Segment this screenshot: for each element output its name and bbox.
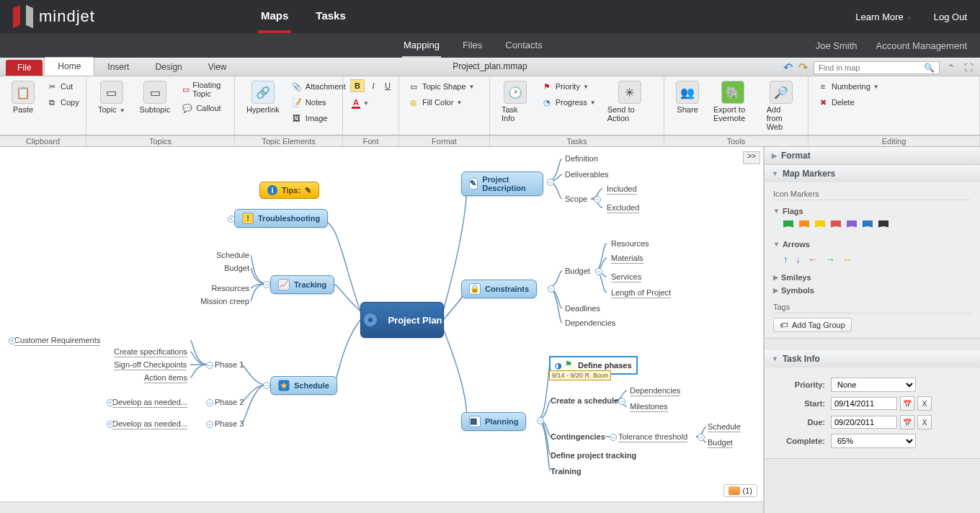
bud-len[interactable]: Length of Project <box>611 288 671 298</box>
learn-more-link[interactable]: Learn More▼ <box>855 12 912 22</box>
user-name[interactable]: Joe Smith <box>816 40 858 51</box>
toggle-budget[interactable]: − <box>595 268 602 275</box>
bold-button[interactable]: B <box>350 79 365 92</box>
priority-button[interactable]: ⚑Priority▼ <box>540 79 597 94</box>
toggle-p2i[interactable]: + <box>107 399 114 406</box>
users-indicator[interactable]: (1) <box>723 484 757 497</box>
node-schedule[interactable]: ★ Schedule <box>270 376 337 395</box>
arrow-marker-3[interactable]: → <box>825 254 835 265</box>
p2-item[interactable]: Develop as needed... <box>112 398 187 408</box>
send-to-action-button[interactable]: ✳Send to Action <box>603 79 656 124</box>
search-field[interactable]: 🔍 <box>814 61 940 74</box>
con-budget[interactable]: Budget <box>565 267 590 275</box>
complete-select[interactable]: 65% <box>831 434 916 448</box>
scope-incl[interactable]: Included <box>607 184 637 195</box>
edit-tip-icon[interactable]: ✎ <box>305 186 311 195</box>
toggle-constraints[interactable]: − <box>548 285 555 293</box>
collapse-ribbon-button[interactable]: ⌃ <box>945 62 957 73</box>
p1-item-3[interactable]: Action items <box>144 373 187 383</box>
topic-shape-button[interactable]: ▭Topic Shape▼ <box>406 79 476 94</box>
node-central[interactable]: Project Plan <box>360 302 444 338</box>
numbering-button[interactable]: ≡Numbering▼ <box>816 79 881 94</box>
fullscreen-button[interactable]: ⛶ <box>963 62 974 73</box>
arrow-marker-2[interactable]: ← <box>808 254 818 265</box>
undo-button[interactable]: ↶ <box>783 61 793 74</box>
progress-button[interactable]: ◔Progress▼ <box>540 95 597 110</box>
add-tag-group-button[interactable]: 🏷Add Tag Group <box>773 318 852 332</box>
cont-tt[interactable]: Tolerance threshold <box>618 432 687 442</box>
flag-marker-6[interactable] <box>878 220 888 232</box>
subnav-mapping[interactable]: Mapping <box>402 34 441 58</box>
p1-item-2[interactable]: Sign-off Checkpoints <box>114 360 187 370</box>
subnav-contacts[interactable]: Contacts <box>504 34 543 58</box>
file-tab[interactable]: File <box>6 60 43 76</box>
add-from-web-button[interactable]: 🔎Add from Web <box>762 79 801 133</box>
scope-excl[interactable]: Excluded <box>607 203 639 213</box>
flags-group[interactable]: ▼Flags <box>773 205 971 218</box>
con-depend[interactable]: Dependencies <box>565 318 615 327</box>
node-troubleshooting[interactable]: ! Troubleshooting <box>234 209 328 228</box>
desc-def[interactable]: Definition <box>565 154 598 163</box>
notes-button[interactable]: 📝Notes <box>290 95 347 110</box>
toggle-tracking[interactable]: − <box>263 281 270 288</box>
smileys-group[interactable]: ▶Smileys <box>773 271 971 284</box>
font-color-button[interactable]: A▼ <box>350 97 370 110</box>
search-icon[interactable]: 🔍 <box>924 63 935 73</box>
bud-serv[interactable]: Services <box>611 272 641 282</box>
node-planning[interactable]: ▦ Planning <box>461 412 526 431</box>
desc-scope[interactable]: Scope <box>565 195 587 203</box>
flag-marker-2[interactable] <box>815 220 825 232</box>
toggle-scope[interactable]: − <box>594 196 601 203</box>
paste-button[interactable]: 📋 Paste <box>7 79 39 115</box>
tracking-child-resources[interactable]: Resources <box>209 284 249 293</box>
p1-item-1[interactable]: Create specifications <box>114 347 187 357</box>
bud-res[interactable]: Resources <box>611 239 649 248</box>
start-input[interactable] <box>831 397 897 410</box>
topic-button[interactable]: ▭Topic▼ <box>94 79 130 115</box>
task-info-button[interactable]: 🕑Task Info <box>497 79 534 124</box>
tracking-child-mission[interactable]: Mission creep <box>197 297 249 305</box>
callout-button[interactable]: 💬Callout <box>180 101 227 115</box>
flag-marker-1[interactable] <box>799 220 809 232</box>
panel-header-markers[interactable]: ▼Map Markers <box>765 165 980 182</box>
account-management-link[interactable]: Account Management <box>876 40 967 51</box>
start-clear-button[interactable]: X <box>917 396 932 411</box>
panel-header-format[interactable]: ▶Format <box>765 147 980 164</box>
due-clear-button[interactable]: X <box>917 415 932 429</box>
logout-link[interactable]: Log Out <box>934 12 967 22</box>
phase1-label[interactable]: Phase 1 <box>215 360 244 369</box>
arrow-marker-4[interactable]: ↔ <box>842 254 852 265</box>
tab-home[interactable]: Home <box>44 57 94 76</box>
p3-item[interactable]: Develop as needed... <box>112 419 187 429</box>
subnav-files[interactable]: Files <box>461 34 484 58</box>
tab-insert[interactable]: Insert <box>94 58 142 76</box>
redo-button[interactable]: ↷ <box>798 61 808 74</box>
toggle-tt[interactable]: − <box>698 434 705 441</box>
plan-contingencies[interactable]: Contingencies <box>551 432 605 441</box>
arrow-marker-1[interactable]: ↓ <box>796 254 801 265</box>
node-description[interactable]: ✎ Project Description <box>461 171 543 196</box>
fill-color-button[interactable]: ◍Fill Color▼ <box>406 95 476 110</box>
panel-header-taskinfo[interactable]: ▼Task Info <box>765 350 980 367</box>
share-button[interactable]: 👥Share <box>672 79 703 115</box>
horizontal-scrollbar[interactable] <box>0 501 763 513</box>
plan-training[interactable]: Training <box>551 467 582 476</box>
toggle-troubleshooting[interactable]: + <box>228 215 235 223</box>
phase3-label[interactable]: Phase 3 <box>215 419 244 428</box>
tracking-child-budget[interactable]: Budget <box>220 264 249 272</box>
collapse-sidebar-button[interactable]: >> <box>743 151 760 164</box>
toggle-phase3[interactable]: − <box>206 421 213 428</box>
toggle-phase1[interactable]: − <box>206 362 213 369</box>
toggle-p3i[interactable]: + <box>107 421 114 428</box>
due-input[interactable] <box>831 416 897 429</box>
tt-budget[interactable]: Budget <box>708 438 733 448</box>
flag-marker-3[interactable] <box>831 220 841 232</box>
symbols-group[interactable]: ▶Symbols <box>773 284 971 297</box>
toggle-cont[interactable]: − <box>610 434 617 441</box>
p1-item-0[interactable]: Customer Requirements <box>14 336 100 346</box>
node-constraints[interactable]: 🔒 Constraints <box>461 280 537 298</box>
flag-marker-5[interactable] <box>863 220 873 232</box>
tab-design[interactable]: Design <box>142 58 195 76</box>
flag-marker-0[interactable] <box>783 220 793 232</box>
phase2-label[interactable]: Phase 2 <box>215 398 244 406</box>
